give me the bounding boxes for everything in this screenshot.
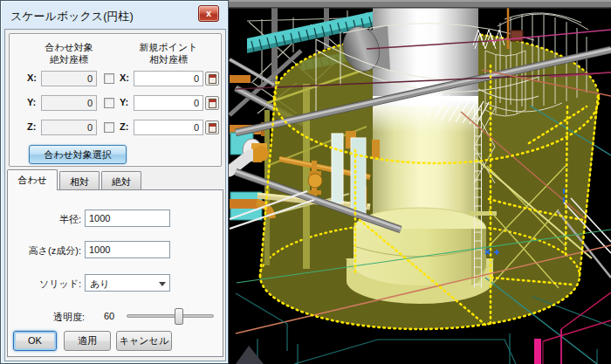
solid-dropdown[interactable]: あり xyxy=(85,274,170,292)
radius-field[interactable] xyxy=(85,209,170,227)
y-rel-label: Y: xyxy=(120,97,128,107)
calculator-icon xyxy=(209,99,216,108)
y-abs-label: Y: xyxy=(27,97,36,107)
transparency-slider[interactable] xyxy=(127,314,214,318)
x-checkbox[interactable] xyxy=(104,73,114,84)
calculator-icon xyxy=(209,123,216,133)
solid-value: あり xyxy=(90,278,110,291)
solid-label: ソリッド: xyxy=(39,278,81,291)
height-label: 高さ(z成分): xyxy=(29,244,81,258)
tab-absolute[interactable]: 絶対 xyxy=(101,171,141,190)
z-checkbox[interactable] xyxy=(104,122,114,133)
transparency-label: 透明度: xyxy=(53,311,85,324)
pale-channel-support xyxy=(351,138,366,215)
magenta-marker-bar xyxy=(534,339,541,364)
height-field[interactable] xyxy=(85,241,170,258)
dialog-client-area: 合わせ対象 絶対座標 新規ポイント 相対座標 X: X: Y: Y: xyxy=(4,29,226,361)
tab-relative[interactable]: 相対 xyxy=(59,171,100,190)
coordinate-groupbox: 合わせ対象 絶対座標 新規ポイント 相対座標 X: X: Y: Y: xyxy=(9,33,222,167)
dialog-titlebar[interactable]: スケールボックス(円柱) x xyxy=(4,3,224,28)
chevron-down-icon xyxy=(159,282,166,286)
calculator-icon xyxy=(209,74,216,84)
z-rel-field[interactable] xyxy=(134,120,203,135)
coord-row-x: X: X: xyxy=(10,71,221,86)
coord-row-y: Y: Y: xyxy=(10,95,221,111)
y-rel-field[interactable] xyxy=(134,95,203,111)
transparency-value: 60 xyxy=(104,311,114,321)
select-alignment-target-button[interactable]: 合わせ対象選択 xyxy=(29,145,127,164)
x-abs-label: X: xyxy=(27,72,37,83)
z-abs-label: Z: xyxy=(27,121,36,132)
rel-coord-header: 新規ポイント 相対座標 xyxy=(125,41,212,65)
x-abs-field[interactable] xyxy=(41,71,97,86)
3d-viewport[interactable] xyxy=(229,0,611,364)
transparency-slider-thumb[interactable] xyxy=(175,308,183,325)
y-calculator-button[interactable] xyxy=(205,96,219,110)
y-abs-field[interactable] xyxy=(41,95,97,111)
x-calculator-button[interactable] xyxy=(205,72,219,86)
align-tab-panel: 半径: 高さ(z成分): ソリッド: あり 透明度: 60 OK xyxy=(7,189,223,357)
scale-box-dialog: スケールボックス(円柱) x 合わせ対象 絶対座標 新規ポイント 相対座標 X:… xyxy=(0,0,229,364)
cancel-button[interactable]: キャンセル xyxy=(116,331,172,351)
top-pipe-bar xyxy=(229,0,611,9)
y-checkbox[interactable] xyxy=(104,98,114,108)
x-rel-field[interactable] xyxy=(134,71,203,86)
close-button[interactable]: x xyxy=(198,5,219,22)
tab-align[interactable]: 合わせ xyxy=(7,169,58,190)
dialog-buttons: OK 適用 キャンセル xyxy=(8,331,223,352)
z-rel-label: Z: xyxy=(120,121,128,132)
abs-coord-header: 合わせ対象 絶対座標 xyxy=(29,41,109,65)
z-calculator-button[interactable] xyxy=(205,120,219,134)
x-rel-label: X: xyxy=(120,72,129,83)
dialog-title: スケールボックス(円柱) xyxy=(10,9,134,24)
pale-channel-support xyxy=(332,134,343,203)
ok-button[interactable]: OK xyxy=(13,331,57,351)
apply-button[interactable]: 適用 xyxy=(64,331,111,351)
coord-row-z: Z: Z: xyxy=(10,120,221,135)
z-abs-field[interactable] xyxy=(41,120,97,135)
radius-label: 半径: xyxy=(59,213,81,226)
